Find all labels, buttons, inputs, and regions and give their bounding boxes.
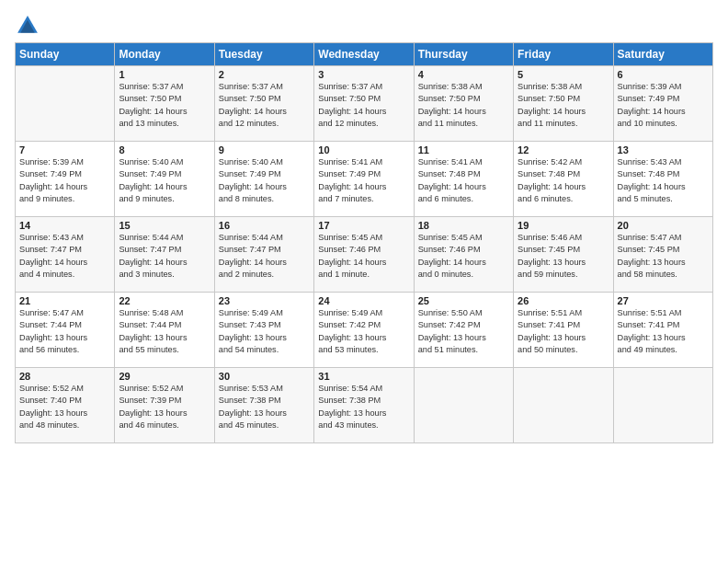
week-row-4: 21Sunrise: 5:47 AM Sunset: 7:44 PM Dayli… bbox=[16, 293, 713, 368]
header bbox=[15, 9, 713, 39]
week-row-3: 14Sunrise: 5:43 AM Sunset: 7:47 PM Dayli… bbox=[16, 217, 713, 293]
day-info: Sunrise: 5:47 AM Sunset: 7:44 PM Dayligh… bbox=[19, 307, 110, 356]
day-number: 3 bbox=[318, 69, 409, 80]
week-row-1: 1Sunrise: 5:37 AM Sunset: 7:50 PM Daylig… bbox=[16, 66, 713, 142]
calendar-cell: 13Sunrise: 5:43 AM Sunset: 7:48 PM Dayli… bbox=[613, 142, 712, 217]
header-day-wednesday: Wednesday bbox=[314, 43, 414, 66]
day-info: Sunrise: 5:39 AM Sunset: 7:49 PM Dayligh… bbox=[618, 81, 709, 130]
day-number: 21 bbox=[19, 295, 110, 306]
page: SundayMondayTuesdayWednesdayThursdayFrid… bbox=[0, 0, 728, 453]
day-number: 24 bbox=[318, 295, 409, 306]
day-info: Sunrise: 5:49 AM Sunset: 7:43 PM Dayligh… bbox=[219, 307, 310, 356]
header-day-friday: Friday bbox=[514, 43, 613, 66]
calendar-cell: 22Sunrise: 5:48 AM Sunset: 7:44 PM Dayli… bbox=[115, 293, 214, 368]
day-info: Sunrise: 5:41 AM Sunset: 7:48 PM Dayligh… bbox=[418, 156, 509, 205]
calendar-cell bbox=[414, 368, 513, 443]
header-day-monday: Monday bbox=[115, 43, 214, 66]
day-info: Sunrise: 5:46 AM Sunset: 7:45 PM Dayligh… bbox=[518, 232, 609, 281]
day-info: Sunrise: 5:40 AM Sunset: 7:49 PM Dayligh… bbox=[119, 156, 210, 205]
day-info: Sunrise: 5:39 AM Sunset: 7:49 PM Dayligh… bbox=[19, 156, 110, 205]
day-number: 25 bbox=[418, 295, 509, 306]
day-number: 18 bbox=[418, 220, 509, 231]
day-number: 11 bbox=[418, 144, 509, 155]
day-number: 16 bbox=[219, 220, 310, 231]
day-number: 9 bbox=[219, 144, 310, 155]
calendar-cell: 11Sunrise: 5:41 AM Sunset: 7:48 PM Dayli… bbox=[414, 142, 513, 217]
calendar-cell bbox=[613, 368, 712, 443]
day-info: Sunrise: 5:43 AM Sunset: 7:48 PM Dayligh… bbox=[618, 156, 709, 205]
calendar-cell bbox=[16, 66, 115, 142]
calendar-cell: 18Sunrise: 5:45 AM Sunset: 7:46 PM Dayli… bbox=[414, 217, 513, 293]
day-info: Sunrise: 5:41 AM Sunset: 7:49 PM Dayligh… bbox=[318, 156, 409, 205]
day-number: 12 bbox=[518, 144, 609, 155]
calendar-cell: 9Sunrise: 5:40 AM Sunset: 7:49 PM Daylig… bbox=[214, 142, 313, 217]
calendar-cell bbox=[514, 368, 613, 443]
day-info: Sunrise: 5:37 AM Sunset: 7:50 PM Dayligh… bbox=[219, 81, 310, 130]
day-info: Sunrise: 5:49 AM Sunset: 7:42 PM Dayligh… bbox=[318, 307, 409, 356]
calendar-cell: 26Sunrise: 5:51 AM Sunset: 7:41 PM Dayli… bbox=[514, 293, 613, 368]
logo bbox=[15, 13, 42, 39]
week-row-5: 28Sunrise: 5:52 AM Sunset: 7:40 PM Dayli… bbox=[16, 368, 713, 443]
header-day-thursday: Thursday bbox=[414, 43, 513, 66]
calendar-cell: 20Sunrise: 5:47 AM Sunset: 7:45 PM Dayli… bbox=[613, 217, 712, 293]
calendar-cell: 27Sunrise: 5:51 AM Sunset: 7:41 PM Dayli… bbox=[613, 293, 712, 368]
day-number: 29 bbox=[119, 371, 210, 382]
day-number: 23 bbox=[219, 295, 310, 306]
day-info: Sunrise: 5:37 AM Sunset: 7:50 PM Dayligh… bbox=[119, 81, 210, 130]
day-number: 2 bbox=[219, 69, 310, 80]
day-number: 6 bbox=[618, 69, 709, 80]
logo-icon bbox=[15, 13, 40, 39]
calendar-cell: 10Sunrise: 5:41 AM Sunset: 7:49 PM Dayli… bbox=[314, 142, 414, 217]
week-row-2: 7Sunrise: 5:39 AM Sunset: 7:49 PM Daylig… bbox=[16, 142, 713, 217]
calendar-cell: 28Sunrise: 5:52 AM Sunset: 7:40 PM Dayli… bbox=[16, 368, 115, 443]
calendar-cell: 1Sunrise: 5:37 AM Sunset: 7:50 PM Daylig… bbox=[115, 66, 214, 142]
calendar-cell: 14Sunrise: 5:43 AM Sunset: 7:47 PM Dayli… bbox=[16, 217, 115, 293]
day-number: 20 bbox=[618, 220, 709, 231]
day-number: 30 bbox=[219, 371, 310, 382]
day-info: Sunrise: 5:50 AM Sunset: 7:42 PM Dayligh… bbox=[418, 307, 509, 356]
calendar-cell: 5Sunrise: 5:38 AM Sunset: 7:50 PM Daylig… bbox=[514, 66, 613, 142]
day-number: 22 bbox=[119, 295, 210, 306]
calendar-cell: 3Sunrise: 5:37 AM Sunset: 7:50 PM Daylig… bbox=[314, 66, 414, 142]
calendar-cell: 7Sunrise: 5:39 AM Sunset: 7:49 PM Daylig… bbox=[16, 142, 115, 217]
calendar-cell: 24Sunrise: 5:49 AM Sunset: 7:42 PM Dayli… bbox=[314, 293, 414, 368]
day-info: Sunrise: 5:40 AM Sunset: 7:49 PM Dayligh… bbox=[219, 156, 310, 205]
day-number: 19 bbox=[518, 220, 609, 231]
day-number: 14 bbox=[19, 220, 110, 231]
day-number: 8 bbox=[119, 144, 210, 155]
header-day-tuesday: Tuesday bbox=[214, 43, 313, 66]
day-number: 1 bbox=[119, 69, 210, 80]
day-info: Sunrise: 5:52 AM Sunset: 7:39 PM Dayligh… bbox=[119, 383, 210, 431]
day-number: 28 bbox=[19, 371, 110, 382]
calendar-cell: 23Sunrise: 5:49 AM Sunset: 7:43 PM Dayli… bbox=[214, 293, 313, 368]
day-info: Sunrise: 5:45 AM Sunset: 7:46 PM Dayligh… bbox=[318, 232, 409, 281]
day-info: Sunrise: 5:43 AM Sunset: 7:47 PM Dayligh… bbox=[19, 232, 110, 281]
calendar-cell: 25Sunrise: 5:50 AM Sunset: 7:42 PM Dayli… bbox=[414, 293, 513, 368]
day-info: Sunrise: 5:37 AM Sunset: 7:50 PM Dayligh… bbox=[318, 81, 409, 130]
calendar-cell: 21Sunrise: 5:47 AM Sunset: 7:44 PM Dayli… bbox=[16, 293, 115, 368]
day-info: Sunrise: 5:54 AM Sunset: 7:38 PM Dayligh… bbox=[318, 383, 409, 431]
day-info: Sunrise: 5:51 AM Sunset: 7:41 PM Dayligh… bbox=[518, 307, 609, 356]
day-number: 5 bbox=[518, 69, 609, 80]
day-number: 17 bbox=[318, 220, 409, 231]
calendar-cell: 2Sunrise: 5:37 AM Sunset: 7:50 PM Daylig… bbox=[214, 66, 313, 142]
day-info: Sunrise: 5:51 AM Sunset: 7:41 PM Dayligh… bbox=[618, 307, 709, 356]
header-day-sunday: Sunday bbox=[16, 43, 115, 66]
header-day-saturday: Saturday bbox=[613, 43, 712, 66]
day-number: 15 bbox=[119, 220, 210, 231]
day-info: Sunrise: 5:48 AM Sunset: 7:44 PM Dayligh… bbox=[119, 307, 210, 356]
calendar-cell: 19Sunrise: 5:46 AM Sunset: 7:45 PM Dayli… bbox=[514, 217, 613, 293]
day-number: 27 bbox=[618, 295, 709, 306]
day-info: Sunrise: 5:52 AM Sunset: 7:40 PM Dayligh… bbox=[19, 383, 110, 431]
day-info: Sunrise: 5:44 AM Sunset: 7:47 PM Dayligh… bbox=[119, 232, 210, 281]
header-row: SundayMondayTuesdayWednesdayThursdayFrid… bbox=[16, 43, 713, 66]
day-info: Sunrise: 5:42 AM Sunset: 7:48 PM Dayligh… bbox=[518, 156, 609, 205]
day-number: 13 bbox=[618, 144, 709, 155]
day-info: Sunrise: 5:38 AM Sunset: 7:50 PM Dayligh… bbox=[418, 81, 509, 130]
day-number: 26 bbox=[518, 295, 609, 306]
day-info: Sunrise: 5:44 AM Sunset: 7:47 PM Dayligh… bbox=[219, 232, 310, 281]
calendar-cell: 15Sunrise: 5:44 AM Sunset: 7:47 PM Dayli… bbox=[115, 217, 214, 293]
day-info: Sunrise: 5:53 AM Sunset: 7:38 PM Dayligh… bbox=[219, 383, 310, 431]
calendar-cell: 31Sunrise: 5:54 AM Sunset: 7:38 PM Dayli… bbox=[314, 368, 414, 443]
calendar-cell: 6Sunrise: 5:39 AM Sunset: 7:49 PM Daylig… bbox=[613, 66, 712, 142]
